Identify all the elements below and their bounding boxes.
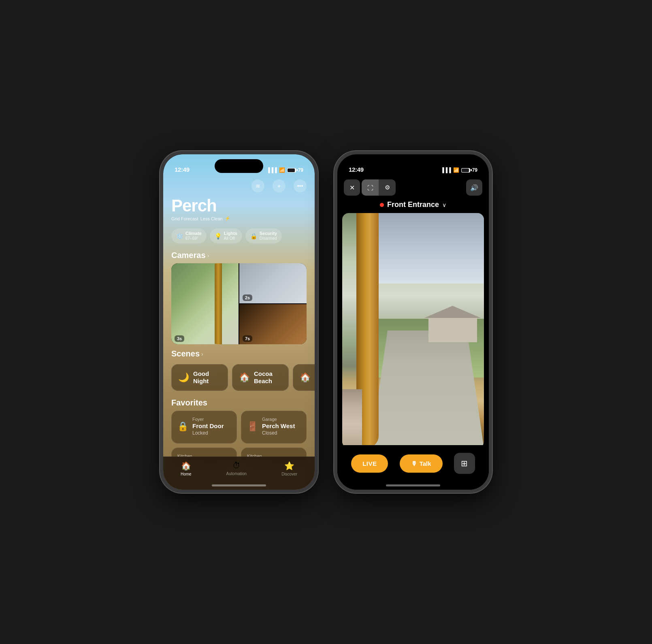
grid-forecast[interactable]: Grid Forecast Less Clean ⚡ bbox=[171, 216, 307, 221]
camera-feed[interactable] bbox=[342, 213, 484, 448]
home-indicator bbox=[212, 484, 266, 486]
front-door-icon: 🔒 bbox=[177, 421, 188, 432]
cocoa-beach-icon: 🏠 bbox=[239, 372, 250, 383]
settings-icon: ⚙ bbox=[385, 184, 390, 191]
climate-icon: ❄️ bbox=[176, 233, 183, 239]
volume-icon: 🔊 bbox=[470, 184, 478, 192]
front-door-status: Locked bbox=[192, 430, 224, 436]
security-chip[interactable]: 🔒 Security Disarmed bbox=[245, 228, 282, 243]
camera-label-2: 7s bbox=[243, 335, 252, 342]
tab-discover[interactable]: ⭐ Discover bbox=[281, 461, 297, 476]
grid-view-button[interactable]: ⊞ bbox=[454, 453, 475, 474]
scenes-chevron: › bbox=[201, 351, 203, 357]
volume-button[interactable]: 🔊 bbox=[466, 179, 482, 196]
camera-signal-icon: ▐▐▐ bbox=[441, 167, 451, 173]
discover-tab-icon: ⭐ bbox=[284, 461, 294, 471]
camera-battery-level: 79 bbox=[472, 167, 477, 173]
camera-toolbar: ✕ ⛶ ⚙ 🔊 bbox=[337, 176, 489, 199]
front-door-room: Foyer bbox=[192, 417, 224, 422]
home-tab-icon: 🏠 bbox=[181, 461, 191, 471]
front-door-device: Front Door bbox=[192, 422, 224, 429]
security-sub: Disarmed bbox=[260, 236, 277, 241]
camera-label-1: 2s bbox=[243, 294, 252, 301]
camera-cell-front-left[interactable]: 3s bbox=[171, 263, 239, 344]
dynamic-island bbox=[215, 159, 263, 173]
camera-stone bbox=[342, 389, 362, 448]
cameras-title: Cameras bbox=[171, 251, 206, 260]
screen-icon: ⛶ bbox=[367, 184, 373, 191]
scene-cocoa-beach[interactable]: 🏠 Cocoa Beach bbox=[232, 364, 289, 391]
talk-label: Talk bbox=[420, 460, 431, 467]
cameras-chevron: › bbox=[207, 252, 209, 259]
camera-wifi-icon: 📶 bbox=[453, 167, 459, 173]
phone-home: 12:49 ▐▐▐ 📶 79 ≋ + ••• Perch bbox=[160, 151, 318, 493]
scenes-row: 🌙 Good Night 🏠 Cocoa Beach 🏠 Away bbox=[163, 362, 315, 393]
camera-sky bbox=[368, 213, 484, 284]
garage-device: Perch West bbox=[262, 422, 295, 429]
automation-tab-icon: ⏱ bbox=[232, 461, 241, 470]
grid-icon: ⊞ bbox=[461, 458, 468, 468]
settings-button[interactable]: ⚙ bbox=[379, 179, 396, 196]
security-icon: 🔒 bbox=[250, 233, 257, 239]
home-tab-label: Home bbox=[181, 472, 192, 476]
wifi-icon: 📶 bbox=[279, 167, 285, 173]
garage-status: Closed bbox=[262, 430, 295, 436]
screen-button[interactable]: ⛶ bbox=[362, 179, 379, 196]
automation-tab-label: Automation bbox=[226, 471, 247, 476]
lights-chip[interactable]: 💡 Lights All Off bbox=[210, 228, 242, 243]
phone-camera: 12:49 ▐▐▐ 📶 79 ✕ bbox=[334, 151, 492, 493]
fav-front-door[interactable]: 🔒 Foyer Front Door Locked bbox=[171, 411, 237, 444]
good-night-icon: 🌙 bbox=[178, 372, 189, 383]
battery-icon bbox=[287, 168, 296, 173]
tab-home[interactable]: 🏠 Home bbox=[181, 461, 192, 476]
climate-label: Climate bbox=[185, 231, 202, 236]
scenes-title: Scenes bbox=[171, 349, 200, 358]
scene-good-night[interactable]: 🌙 Good Night bbox=[171, 364, 228, 391]
status-chips: ❄️ Climate 67–69° 💡 Lights All Off bbox=[163, 226, 315, 246]
garage-icon: 🚪 bbox=[247, 421, 258, 432]
scenes-section-header[interactable]: Scenes › bbox=[163, 344, 315, 362]
close-button[interactable]: ✕ bbox=[344, 179, 360, 196]
favorites-title: Favorites bbox=[163, 393, 315, 411]
more-button[interactable]: ••• bbox=[294, 179, 307, 192]
security-label: Security bbox=[260, 231, 277, 236]
view-controls[interactable]: ⛶ ⚙ bbox=[362, 179, 396, 196]
camera-cell-front-right-bottom[interactable]: 7s bbox=[239, 304, 307, 344]
status-time: 12:49 bbox=[175, 166, 190, 173]
fav-garage[interactable]: 🚪 Garage Perch West Closed bbox=[241, 411, 307, 444]
tab-automation[interactable]: ⏱ Automation bbox=[226, 461, 247, 476]
forecast-sub: Less Clean bbox=[200, 216, 223, 221]
battery-level: 79 bbox=[298, 167, 303, 173]
microphone-icon: 🎙 bbox=[411, 460, 417, 467]
cameras-section-header[interactable]: Cameras › bbox=[163, 246, 315, 263]
camera-title-bar[interactable]: Front Entrance ∨ bbox=[337, 199, 489, 213]
camera-name: Front Entrance bbox=[387, 200, 439, 209]
forecast-label: Grid Forecast bbox=[171, 216, 198, 221]
camera-chevron: ∨ bbox=[442, 202, 446, 208]
status-icons: ▐▐▐ 📶 79 bbox=[266, 167, 303, 173]
lights-label: Lights bbox=[224, 231, 237, 236]
good-night-label: Good Night bbox=[193, 370, 221, 385]
climate-chip[interactable]: ❄️ Climate 67–69° bbox=[171, 228, 207, 243]
camera-label-0: 3s bbox=[175, 335, 184, 342]
camera-house bbox=[428, 318, 477, 342]
signal-icon: ▐▐▐ bbox=[266, 167, 277, 173]
camera-bottom-controls: LIVE 🎙 Talk ⊞ bbox=[337, 445, 489, 490]
climate-sub: 67–69° bbox=[185, 236, 202, 241]
live-indicator bbox=[380, 203, 384, 207]
talk-button[interactable]: 🎙 Talk bbox=[400, 454, 443, 473]
camera-battery-icon bbox=[461, 168, 470, 173]
camera-cell-front-right-top[interactable]: 2s bbox=[239, 263, 307, 303]
add-button[interactable]: + bbox=[273, 179, 286, 192]
away-icon: 🏠 bbox=[300, 372, 311, 383]
scene-away[interactable]: 🏠 Away bbox=[293, 364, 315, 391]
camera-status-icons: ▐▐▐ 📶 79 bbox=[441, 167, 477, 173]
cameras-grid[interactable]: 3s 2s 7s bbox=[171, 263, 307, 344]
voice-button[interactable]: ≋ bbox=[251, 179, 264, 192]
home-header: Perch Grid Forecast Less Clean ⚡ bbox=[163, 196, 315, 226]
home-indicator-2 bbox=[386, 484, 440, 486]
home-title: Perch bbox=[171, 197, 307, 214]
lights-sub: All Off bbox=[224, 236, 237, 241]
forecast-icon: ⚡ bbox=[225, 216, 230, 221]
live-button[interactable]: LIVE bbox=[351, 454, 388, 473]
